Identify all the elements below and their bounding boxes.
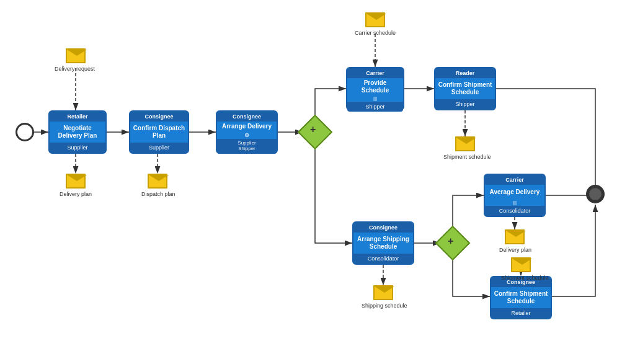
task-average-delivery-footer: Consolidator: [485, 206, 544, 216]
envelope-delivery-plan1-label: Delivery plan: [60, 191, 92, 197]
envelope-carrier-schedule: [365, 12, 385, 27]
task-confirm-shipment-footer: Shipper: [435, 99, 495, 109]
start-event: [16, 123, 34, 141]
envelope-shipping-schedule: [373, 285, 393, 300]
envelope-carrier-schedule-label: Carrier schedule: [355, 30, 396, 36]
task-arrange-shipping-header: Consignee: [353, 223, 413, 233]
envelope-shipping-schedule-label: Shipping schedule: [362, 303, 407, 309]
task-confirm-dispatch-header: Consignee: [130, 112, 188, 122]
task-arrange-shipping[interactable]: Consignee Arrange Shipping Schedule Cons…: [352, 221, 414, 265]
envelope-delivery-plan2-label: Delivery plan: [499, 247, 531, 253]
envelope-delivery-request-label: Delivery request: [55, 66, 95, 72]
task-provide-schedule-header: Carrier: [347, 68, 403, 78]
task-confirm-shipment-schedule2[interactable]: Consignee Confirm Shipment Schedule Reta…: [490, 276, 552, 319]
task-confirm-shipment-body: Confirm Shipment Schedule: [435, 78, 495, 99]
task-negotiate[interactable]: Retailer Negotiate Delivery Plan Supplie…: [48, 110, 107, 154]
gateway-1: [298, 115, 333, 150]
task-confirm-shipment2-footer: Retailer: [491, 308, 551, 318]
task-average-delivery-header: Carrier: [485, 175, 544, 185]
task-confirm-shipment2-body: Confirm Shipment Schedule: [491, 287, 551, 308]
envelope-delivery-plan2: [505, 229, 525, 244]
task-negotiate-body: Negotiate Delivery Plan: [50, 122, 105, 143]
gateway-2: [435, 226, 471, 261]
envelope-dispatch-plan-label: Dispatch plan: [141, 191, 175, 197]
task-average-delivery-body: Average Delivery: [485, 185, 544, 200]
task-average-delivery[interactable]: Carrier Average Delivery ||| Consolidato…: [484, 174, 546, 217]
bpmn-diagram: Retailer Negotiate Delivery Plan Supplie…: [0, 0, 635, 364]
task-arrange-shipping-footer: Consolidator: [353, 254, 413, 264]
task-negotiate-header: Retailer: [50, 112, 105, 122]
task-arrange-shipping-body: Arrange Shipping Schedule: [353, 233, 413, 254]
task-provide-schedule-marker: |||: [347, 95, 403, 101]
envelope-shipment-schedule2-label: Shipment schedule: [501, 275, 549, 281]
task-provide-schedule[interactable]: Carrier Provide Schedule ||| Shipper: [346, 67, 404, 110]
task-confirm-dispatch-footer: Supplier: [130, 143, 188, 153]
task-confirm-dispatch-body: Confirm Dispatch Plan: [130, 122, 188, 143]
task-confirm-shipment-schedule[interactable]: Reader Confirm Shipment Schedule Shipper: [434, 67, 496, 110]
task-negotiate-footer: Supplier: [50, 143, 105, 153]
task-confirm-dispatch[interactable]: Consignee Confirm Dispatch Plan Supplier: [129, 110, 189, 154]
task-average-delivery-marker: |||: [485, 200, 544, 205]
envelope-delivery-plan1: [66, 174, 86, 189]
task-arrange-delivery-marker: ⊕: [217, 131, 277, 138]
envelope-dispatch-plan: [148, 174, 167, 189]
task-arrange-delivery-footer: SupplierShipper: [217, 139, 277, 154]
envelope-delivery-request: [66, 48, 86, 63]
task-arrange-delivery[interactable]: Consignee Arrange Delivery ⊕ SupplierShi…: [216, 110, 278, 154]
envelope-shipment-schedule1-label: Shipment schedule: [443, 154, 491, 160]
end-event: [586, 185, 605, 203]
envelope-shipment-schedule2: [511, 257, 531, 272]
task-provide-schedule-body: Provide Schedule: [347, 78, 403, 95]
task-arrange-delivery-body: Arrange Delivery: [217, 122, 277, 131]
envelope-shipment-schedule1: [455, 136, 475, 151]
task-arrange-delivery-header: Consignee: [217, 112, 277, 122]
task-provide-schedule-footer: Shipper: [347, 102, 403, 112]
task-confirm-shipment-header: Reader: [435, 68, 495, 78]
